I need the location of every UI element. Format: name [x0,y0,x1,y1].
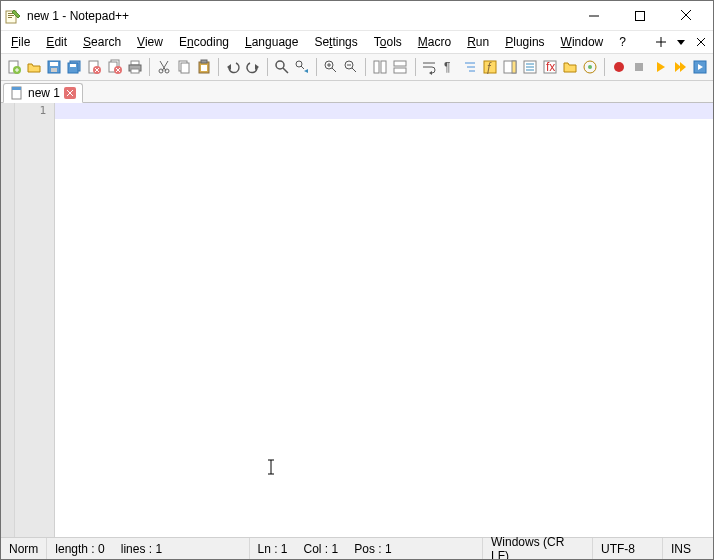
menu-edit[interactable]: Edit [38,33,75,51]
file-tab[interactable]: new 1 [3,83,83,103]
tab-label: new 1 [28,86,60,100]
stop-macro-icon[interactable] [630,57,648,77]
sync-v-icon[interactable] [371,57,389,77]
status-length: length : 0 [47,538,112,559]
line-number-gutter[interactable]: 1 [15,103,55,537]
menu-file[interactable]: File [3,33,38,51]
svg-line-56 [352,68,356,72]
menu-window[interactable]: Window [553,33,612,51]
record-macro-icon[interactable] [610,57,628,77]
svg-rect-72 [512,61,516,73]
status-encoding[interactable]: UTF-8 [593,538,663,559]
svg-marker-10 [677,40,685,45]
zoom-in-icon[interactable] [322,57,340,77]
svg-rect-18 [50,62,58,66]
menu-language[interactable]: Language [237,33,306,51]
replace-icon[interactable] [293,57,311,77]
menu-run[interactable]: Run [459,33,497,51]
doc-list-icon[interactable] [521,57,539,77]
menu-settings[interactable]: Settings [306,33,365,51]
svg-rect-42 [201,60,207,63]
play-macro-icon[interactable] [651,57,669,77]
app-icon [5,8,21,24]
svg-text:ƒ: ƒ [486,60,493,74]
svg-rect-60 [394,61,406,66]
copy-icon[interactable] [175,57,193,77]
status-ln: Ln : 1 [250,538,296,559]
svg-line-49 [301,66,304,69]
zoom-out-icon[interactable] [342,57,360,77]
indent-guide-icon[interactable] [461,57,479,77]
close-all-icon[interactable] [106,57,124,77]
save-file-icon[interactable] [45,57,63,77]
text-editor[interactable] [55,103,713,537]
svg-marker-64 [429,71,432,75]
svg-rect-2 [8,15,14,16]
svg-rect-40 [181,63,189,73]
find-icon[interactable] [273,57,291,77]
undo-icon[interactable] [224,57,242,77]
save-all-icon[interactable] [65,57,83,77]
current-line-highlight [55,103,713,119]
function-list-icon[interactable]: fx [541,57,559,77]
tab-close-icon[interactable] [64,87,76,99]
status-lines: lines : 1 [113,538,250,559]
udl-icon[interactable]: ƒ [481,57,499,77]
close-window-button[interactable] [663,2,709,30]
doc-map-icon[interactable] [501,57,519,77]
menu-search[interactable]: Search [75,33,129,51]
minimize-button[interactable] [571,2,617,30]
window-title: new 1 - Notepad++ [27,9,571,23]
print-icon[interactable] [126,57,144,77]
svg-point-80 [588,65,592,69]
svg-rect-22 [70,64,76,67]
new-doc-plus-button[interactable] [652,33,670,51]
new-file-icon[interactable] [5,57,23,77]
status-eol[interactable]: Windows (CR LF) [483,538,593,559]
svg-rect-43 [201,65,207,71]
open-file-icon[interactable] [25,57,43,77]
maximize-button[interactable] [617,2,663,30]
svg-marker-85 [680,62,686,72]
ibeam-cursor-icon [267,459,275,475]
play-multi-icon[interactable] [671,57,689,77]
menu-tools[interactable]: Tools [366,33,410,51]
paste-icon[interactable] [195,57,213,77]
status-col: Col : 1 [296,538,347,559]
svg-marker-50 [304,69,308,73]
redo-icon[interactable] [244,57,262,77]
svg-point-81 [614,62,624,72]
dropdown-button[interactable] [672,33,690,51]
svg-rect-34 [131,69,139,73]
svg-rect-32 [131,61,139,65]
sync-h-icon[interactable] [391,57,409,77]
cut-icon[interactable] [155,57,173,77]
svg-line-47 [283,68,288,73]
svg-line-52 [332,68,336,72]
menu-macro[interactable]: Macro [410,33,459,51]
svg-rect-58 [374,61,379,73]
menu-view[interactable]: View [129,33,171,51]
status-pos: Pos : 1 [346,538,483,559]
folder-workspace-icon[interactable] [561,57,579,77]
svg-text:¶: ¶ [444,60,450,74]
menu-plugins[interactable]: Plugins [497,33,552,51]
word-wrap-icon[interactable] [420,57,438,77]
show-all-chars-icon[interactable]: ¶ [441,57,459,77]
monitoring-icon[interactable] [581,57,599,77]
close-file-icon[interactable] [85,57,103,77]
menu-encoding[interactable]: Encoding [171,33,237,51]
svg-rect-3 [8,17,12,18]
svg-text:fx: fx [546,60,555,74]
status-insert-mode[interactable]: INS [663,538,713,559]
menu-help[interactable]: ? [611,33,634,51]
svg-rect-59 [381,61,386,73]
close-file-button[interactable] [692,33,710,51]
status-norm: Norm [1,538,47,559]
editor-margin [1,103,15,537]
svg-point-46 [276,61,284,69]
svg-rect-82 [635,63,643,71]
save-macro-icon[interactable] [691,57,709,77]
svg-rect-89 [12,87,21,90]
file-icon [10,86,24,100]
